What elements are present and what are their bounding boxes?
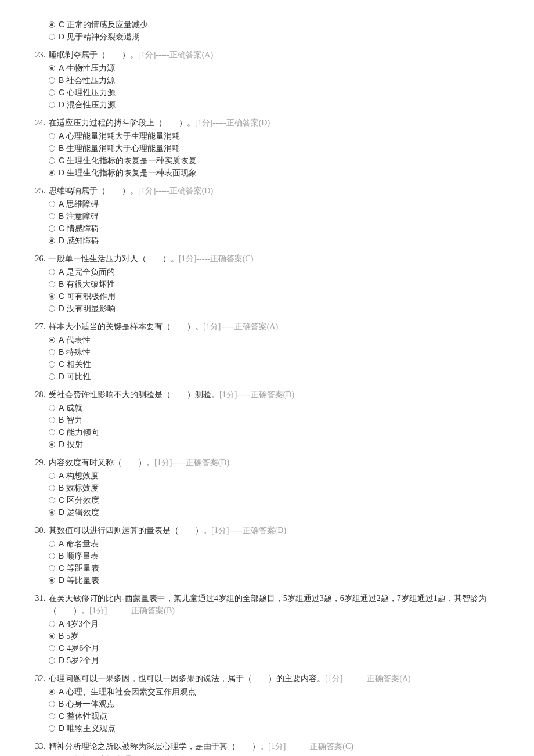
radio-icon[interactable]: [49, 102, 55, 108]
option-text: 成就: [66, 402, 82, 414]
radio-icon[interactable]: [49, 429, 55, 435]
radio-icon[interactable]: [49, 657, 55, 664]
option-row[interactable]: B 有很大破坏性: [49, 278, 511, 290]
option-row[interactable]: C 情感障碍: [49, 222, 511, 235]
option-row[interactable]: B 生理能量消耗大于心理能量消耗: [49, 142, 511, 154]
option-row[interactable]: C 可有积极作用: [49, 290, 511, 303]
option-row[interactable]: D 5岁2个月: [49, 654, 511, 667]
radio-icon[interactable]: [49, 269, 55, 275]
radio-icon[interactable]: [49, 65, 55, 71]
option-row[interactable]: D 逻辑效度: [49, 506, 511, 519]
radio-icon[interactable]: [49, 225, 55, 232]
radio-icon[interactable]: [49, 485, 55, 491]
radio-icon[interactable]: [49, 621, 55, 627]
radio-icon[interactable]: [49, 133, 55, 139]
radio-icon[interactable]: [49, 633, 55, 639]
radio-icon[interactable]: [49, 713, 55, 719]
radio-icon[interactable]: [49, 293, 55, 300]
option-row[interactable]: D 没有明显影响: [49, 303, 511, 315]
option-row[interactable]: C 4岁6个月: [49, 642, 511, 654]
option-row[interactable]: B 社会性压力源: [49, 74, 511, 87]
question-body: 内容效度有时又称（ ）。[1分]-----正确答案(D): [49, 456, 511, 469]
radio-icon[interactable]: [49, 305, 55, 312]
radio-icon[interactable]: [49, 349, 55, 355]
option-row[interactable]: D 可比性: [49, 370, 511, 383]
radio-icon[interactable]: [49, 201, 55, 207]
radio-icon[interactable]: [49, 373, 55, 380]
option-row[interactable]: D 等比量表: [49, 574, 511, 586]
radio-icon[interactable]: [49, 361, 55, 368]
radio-icon[interactable]: [49, 237, 55, 244]
option-row[interactable]: C 整体性观点: [49, 710, 511, 722]
radio-icon[interactable]: [49, 337, 55, 343]
option-row[interactable]: C 区分效度: [49, 494, 511, 506]
option-row[interactable]: B 智力: [49, 414, 511, 426]
option-row[interactable]: A 是完全负面的: [49, 266, 511, 278]
radio-icon[interactable]: [49, 553, 55, 559]
option-row[interactable]: A 4岁3个月: [49, 618, 511, 630]
option-text: 唯物主义观点: [67, 722, 116, 735]
radio-icon[interactable]: [49, 725, 55, 732]
option-row[interactable]: D 生理生化指标的恢复是一种表面现象: [49, 167, 511, 179]
option-row[interactable]: A 思维障碍: [49, 198, 511, 210]
radio-icon[interactable]: [49, 170, 55, 176]
option-row[interactable]: D 投射: [49, 438, 511, 451]
option-row[interactable]: A 代表性: [49, 334, 511, 346]
radio-icon[interactable]: [49, 34, 55, 40]
option-letter: D: [59, 31, 64, 43]
option-row[interactable]: A 命名量表: [49, 538, 511, 550]
radio-icon[interactable]: [49, 213, 55, 219]
option-row[interactable]: D 感知障碍: [49, 235, 511, 247]
option-row[interactable]: B 心身一体观点: [49, 698, 511, 710]
option-row[interactable]: C 生理生化指标的恢复是一种实质恢复: [49, 154, 511, 167]
radio-icon[interactable]: [49, 77, 55, 84]
option-row[interactable]: B 效标效度: [49, 482, 511, 494]
option-row[interactable]: B 5岁: [49, 630, 511, 642]
radio-icon[interactable]: [49, 281, 55, 287]
question-body: 心理问题可以一果多因，也可以一因多果的说法，属于（ ）的主要内容。[1分]———…: [49, 672, 511, 685]
option-row[interactable]: B 特殊性: [49, 346, 511, 358]
radio-icon[interactable]: [49, 405, 55, 411]
option-row[interactable]: D 混合性压力源: [49, 99, 511, 111]
radio-icon[interactable]: [49, 417, 55, 423]
question: 33.精神分析理论之所以被称为深层心理学，是由于其（ ）。[1分]———正确答案…: [29, 740, 511, 756]
question-body: 精神分析理论之所以被称为深层心理学，是由于其（ ）。[1分]———正确答案(C): [49, 740, 511, 753]
option-letter: A: [59, 618, 64, 630]
question: 27.样本大小适当的关键是样本要有（ ）。[1分]-----正确答案(A)A 代…: [29, 321, 511, 383]
option-letter: C: [59, 154, 64, 167]
radio-icon[interactable]: [49, 145, 55, 152]
option-text: 生理生化指标的恢复是一种表面现象: [67, 167, 197, 179]
question-header: 28.受社会赞许性影响不大的测验是（ ）测验。[1分]-----正确答案(D): [29, 388, 511, 401]
radio-icon[interactable]: [49, 473, 55, 479]
option-row[interactable]: B 注意障碍: [49, 210, 511, 222]
option-row[interactable]: D 唯物主义观点: [49, 722, 511, 735]
radio-icon[interactable]: [49, 89, 55, 96]
option-row[interactable]: A 心理能量消耗大于生理能量消耗: [49, 130, 511, 142]
option-row[interactable]: A 构想效度: [49, 470, 511, 482]
option-row[interactable]: C 正常的情感反应量减少: [49, 19, 511, 31]
radio-icon[interactable]: [49, 497, 55, 503]
correct-answer: ———正确答案(B): [107, 606, 175, 615]
question-header: 30.其数值可以进行四则运算的量表是（ ）。[1分]-----正确答案(D): [29, 524, 511, 537]
radio-icon[interactable]: [49, 645, 55, 651]
option-row[interactable]: C 能力倾向: [49, 426, 511, 438]
option-row[interactable]: D 见于精神分裂衰退期: [49, 31, 511, 43]
option-row[interactable]: A 心理、生理和社会因素交互作用观点: [49, 686, 511, 698]
option-row[interactable]: C 等距量表: [49, 562, 511, 574]
radio-icon[interactable]: [49, 509, 55, 516]
radio-icon[interactable]: [49, 441, 55, 448]
option-row[interactable]: C 相关性: [49, 358, 511, 370]
radio-icon[interactable]: [49, 689, 55, 695]
option-row[interactable]: B 顺序量表: [49, 550, 511, 562]
radio-icon[interactable]: [49, 577, 55, 584]
option-row[interactable]: A 生物性压力源: [49, 62, 511, 74]
option-row[interactable]: A 不承认无意识心理活动层面的存在: [49, 754, 511, 756]
radio-icon[interactable]: [49, 21, 55, 28]
option-row[interactable]: A 成就: [49, 402, 511, 414]
option-row[interactable]: C 心理性压力源: [49, 87, 511, 99]
radio-icon[interactable]: [49, 541, 55, 547]
radio-icon[interactable]: [49, 565, 55, 571]
radio-icon[interactable]: [49, 701, 55, 707]
option-letter: A: [59, 470, 64, 482]
radio-icon[interactable]: [49, 157, 55, 164]
